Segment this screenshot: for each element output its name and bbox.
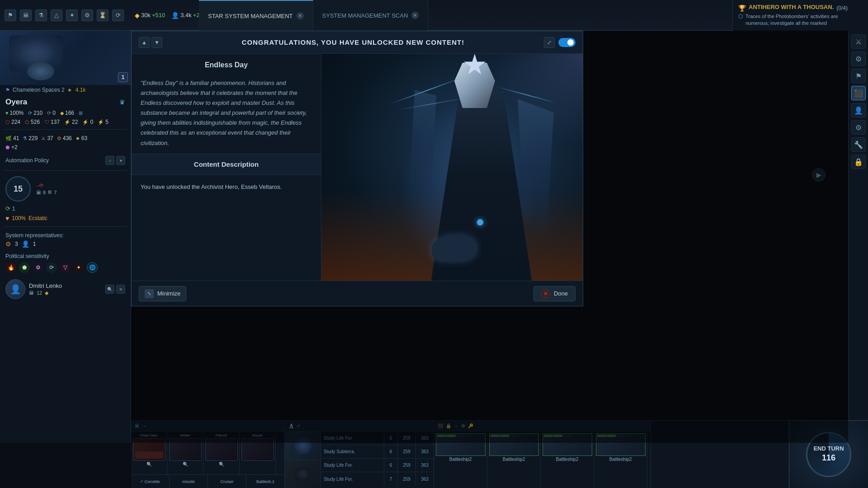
hero-close-btn[interactable]: ✕: [116, 285, 125, 294]
tab-close-2[interactable]: ✕: [411, 12, 419, 19]
right-sb-square[interactable]: ⬛: [851, 86, 866, 100]
pol-icon-1[interactable]: 🔥: [5, 262, 16, 273]
hero-row: 👤 Dmitri Lenko 🏛 12 ◆ 🔍 ✕: [0, 276, 131, 303]
auto-btn-2[interactable]: ▾: [116, 156, 125, 165]
health-stat: ♥ 100%: [5, 110, 24, 116]
art-line-3: [496, 86, 557, 103]
happiness-row: ♥ 100% Ecstatic: [0, 213, 131, 224]
str-stat: ⚡ 0: [82, 119, 93, 125]
hp2-stat: ⬠ 526: [25, 119, 40, 125]
person-count: 1: [33, 241, 36, 247]
right-sb-flag[interactable]: ⚑: [851, 69, 866, 83]
planet-crown-icon: ♛: [119, 99, 125, 106]
right-sb-person[interactable]: 👤: [851, 103, 866, 117]
top-bar-icons: ⚑ 🏛 ⚗ △ ✦ ⚙ ⏳ ⟳: [0, 9, 131, 21]
icon-1[interactable]: ⚑: [5, 9, 16, 21]
modal-expand-btn[interactable]: ⤢: [544, 37, 555, 48]
right-sb-lock[interactable]: 🔒: [851, 155, 866, 169]
modal-up-btn[interactable]: ▲: [139, 37, 150, 48]
patrol-icon: 🔍: [219, 462, 224, 467]
hero-stats: 🏛 12 ◆: [29, 290, 102, 296]
pol-icon-5[interactable]: ▽: [60, 262, 71, 273]
inf-icon: ⬟: [5, 145, 10, 150]
right-sb-combat[interactable]: ⚔: [851, 34, 866, 49]
tab-star-system[interactable]: STAR SYSTEM MANAGEMENT ✕: [199, 0, 313, 31]
minimize-icon: ⤡: [145, 289, 154, 298]
icon-2[interactable]: 🏛: [20, 9, 32, 21]
icon-4[interactable]: △: [51, 9, 62, 21]
speed-stat: ⟳ 210: [28, 110, 42, 116]
tab-system-scan[interactable]: SYSTEM MANAGEMENT SCAN ✕: [313, 0, 429, 31]
modal-header-right: ⤢: [544, 37, 576, 48]
pol-icon-6[interactable]: ✦: [73, 262, 84, 273]
right-sb-tools[interactable]: 🔧: [851, 137, 866, 152]
auto-btn-1[interactable]: ○: [105, 156, 114, 165]
hero-build-icon: 🏛: [29, 290, 34, 296]
pop-icon: 👤: [171, 12, 179, 19]
hp2-icon: ⬠: [25, 119, 29, 125]
done-btn[interactable]: ✕ Done: [533, 286, 576, 301]
icon-3[interactable]: ⚗: [35, 9, 47, 21]
modal-footer: ⤡ Minimize ✕ Done: [132, 281, 583, 306]
pol-icon-4[interactable]: ⟳: [46, 262, 57, 273]
research-planet-2[interactable]: [285, 460, 321, 488]
happiness-label: Ecstatic: [28, 215, 47, 221]
hp1-icon: ⬠: [5, 119, 10, 125]
main-content: ▲ ▼ CONGRATULATIONS, YOU HAVE UNLOCKED N…: [131, 31, 848, 443]
hero-avatar: 👤: [5, 279, 25, 299]
unk-stat: ⚡ 5: [98, 119, 108, 125]
settler-icon: 🔍: [183, 462, 188, 467]
system-flag-icon: ⚑: [5, 87, 10, 93]
modal-content-title: Endless Day: [132, 54, 321, 73]
art-lines: [405, 76, 563, 167]
icon-5[interactable]: ✦: [66, 9, 78, 21]
search-icon-bottom: 🔍: [146, 462, 152, 467]
science-stat: ⚗ 229: [23, 135, 38, 141]
money-stat: ◆ 30k +510: [135, 12, 165, 19]
icon-6[interactable]: ⚙: [81, 9, 93, 21]
pop-build-icon: 🏛: [36, 190, 41, 195]
modal-title: CONGRATULATIONS, YOU HAVE UNLOCKED NEW C…: [162, 38, 544, 46]
stats-expand-icon[interactable]: ⊞: [79, 110, 83, 116]
atk-icon: ⚡: [64, 119, 71, 125]
speed2-icon: ⟳: [47, 110, 51, 116]
top-bar: ⚑ 🏛 ⚗ △ ✦ ⚙ ⏳ ⟳ ◆ 30k +510 👤 3.4k +272 ★…: [0, 0, 868, 31]
trophy-icon: 🏆: [738, 5, 746, 12]
person-icon: 👤: [22, 240, 29, 248]
colonist-row: ⟳ 1: [0, 204, 131, 213]
planet-name: Oyera: [5, 98, 27, 107]
pol-icon-2[interactable]: ⬟: [19, 262, 30, 273]
modal-header: ▲ ▼ CONGRATULATIONS, YOU HAVE UNLOCKED N…: [132, 31, 583, 54]
planet-name-row: Oyera ♛: [0, 94, 131, 108]
hero-info: Dmitri Lenko 🏛 12 ◆: [29, 282, 102, 296]
system-name: Chameleon Spaces 2: [13, 87, 65, 93]
food-icon-2: 🌿: [5, 136, 12, 141]
modal-toggle[interactable]: [558, 38, 576, 47]
icon-8[interactable]: ⟳: [112, 9, 124, 21]
battleship-3-label: Battleship2: [542, 457, 592, 462]
pol-icon-3[interactable]: ⚙: [33, 262, 43, 273]
minimize-btn[interactable]: ⤡ Minimize: [139, 286, 186, 301]
divider-1: [4, 129, 127, 130]
research-item-4: Study Life For. 7 259 363: [321, 472, 434, 486]
icon-7[interactable]: ⏳: [97, 9, 108, 21]
planet-stats-row2: ⬠ 224 ⬠ 526 🛡 137 ⚡ 22 ⚡ 0 ⚡ 5: [0, 117, 131, 127]
right-sb-gear[interactable]: ⚙: [851, 52, 866, 66]
hero-name: Dmitri Lenko: [29, 282, 102, 289]
tab-close-1[interactable]: ✕: [297, 12, 304, 19]
art-line-2: [396, 97, 467, 111]
system-reps: System representatives: ⚙ 3 👤 1: [0, 230, 131, 250]
pop-tool-icon: ⚙: [47, 189, 52, 195]
dust-stat: ◆ 166: [60, 110, 74, 116]
right-sb-settings[interactable]: ⚙: [851, 120, 866, 135]
modal-down-btn[interactable]: ▼: [151, 37, 162, 48]
modal-content-desc: You have unlocked the Archivist Hero, Es…: [132, 175, 321, 199]
hero-search-btn[interactable]: 🔍: [105, 285, 114, 294]
pop-circle: 15: [5, 176, 31, 202]
art-gem: [477, 219, 483, 225]
def-icon: 🛡: [44, 119, 49, 125]
pol-icons: 🔥 ⬟ ⚙ ⟳ ▽ ✦ 🌐: [5, 262, 125, 273]
colonist-icon: ⟳: [5, 205, 10, 212]
hero-actions: 🔍 ✕: [105, 285, 125, 294]
pol-icon-7[interactable]: 🌐: [87, 262, 98, 273]
